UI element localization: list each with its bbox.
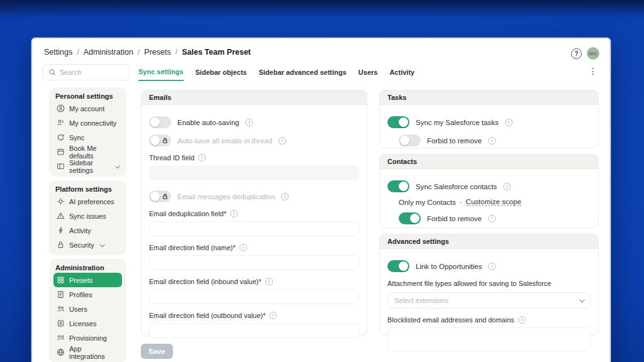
select-extensions-dropdown[interactable]: Select extensions: [387, 292, 591, 309]
info-icon[interactable]: [281, 193, 289, 200]
sidebar: Personal settings My account My connecti…: [49, 87, 126, 362]
sidebar-section-title: Personal settings: [53, 90, 122, 101]
thread-id-field-label: Thread ID field: [149, 154, 359, 162]
toggle-label: Sync Salesforce contacts: [416, 183, 497, 190]
email-direction-name-input[interactable]: [149, 255, 359, 270]
tab-users[interactable]: Users: [358, 65, 378, 80]
chevron-down-icon: [579, 297, 584, 302]
email-direction-outbound-input[interactable]: [149, 323, 359, 338]
field-label: Attachment file types allowed for saving…: [387, 280, 551, 287]
sync-icon: [57, 133, 65, 141]
toggle-label: Forbid to remove: [427, 215, 482, 222]
sidebar-item-label: Provisioning: [69, 334, 107, 342]
sidebar-item-my-connectivity[interactable]: My connectivity: [53, 116, 122, 130]
sidebar-item-sidebar-settings[interactable]: Sidebar settings: [53, 159, 122, 173]
sidebar-item-my-account[interactable]: My account: [53, 101, 122, 116]
app-window: Settings / Administration / Presets / Sa…: [31, 38, 611, 362]
breadcrumb-presets[interactable]: Presets: [144, 48, 170, 57]
toggle-label: Forbid to remove: [427, 137, 482, 145]
sidebar-item-book-me-defaults[interactable]: Book Me defaults: [53, 145, 122, 159]
info-icon[interactable]: [505, 119, 513, 126]
sidebar-section-title: Administration: [53, 262, 122, 273]
breadcrumb-separator: /: [175, 48, 177, 57]
sidebar-item-label: My connectivity: [69, 119, 116, 127]
toggle-row-forbid-remove-contacts: Forbid to remove: [399, 212, 591, 224]
info-icon[interactable]: [488, 137, 496, 145]
ai-icon: [57, 197, 65, 206]
info-icon[interactable]: [269, 312, 277, 319]
search-input[interactable]: [60, 69, 124, 76]
sidebar-item-label: App integrations: [69, 345, 119, 360]
blocklist-input[interactable]: [387, 327, 591, 351]
field-label: Thread ID field: [149, 154, 194, 162]
sidebar-item-security[interactable]: Security: [53, 238, 122, 252]
info-icon[interactable]: [488, 215, 496, 222]
sidebar-item-presets[interactable]: Presets: [53, 273, 122, 287]
avatar[interactable]: MG: [587, 47, 599, 60]
provisioning-icon: [57, 334, 65, 342]
info-icon[interactable]: [279, 137, 286, 145]
scope-separator: ·: [460, 199, 462, 206]
sidebar-item-provisioning[interactable]: Provisioning: [53, 331, 122, 345]
advanced-settings-panel: Advanced settings Link to Opportunities …: [379, 234, 599, 336]
sidebar-item-profiles[interactable]: Profiles: [53, 287, 122, 302]
sidebar-item-label: Presets: [69, 277, 92, 284]
breadcrumb-separator: /: [138, 48, 140, 57]
sidebar-item-label: Licenses: [69, 320, 96, 327]
sidebar-item-activity[interactable]: Activity: [53, 223, 122, 238]
email-dedup-field-label: Email deduplication field*: [149, 210, 359, 217]
tab-activity[interactable]: Activity: [389, 65, 414, 80]
email-dedup-field-input[interactable]: [149, 221, 359, 236]
customize-scope-link[interactable]: Customize scope: [466, 198, 521, 206]
sidebar-item-users[interactable]: Users: [53, 302, 122, 316]
info-icon[interactable]: [265, 278, 273, 285]
toggle-label: Link to Opportunities: [416, 263, 482, 270]
users-icon: [57, 305, 65, 313]
tab-sidebar-advanced-settings[interactable]: Sidebar advanced settings: [258, 65, 346, 80]
search-box[interactable]: [43, 64, 130, 80]
enable-auto-saving-toggle[interactable]: [149, 116, 171, 128]
info-icon[interactable]: [230, 210, 238, 217]
globe-icon: [57, 348, 65, 356]
tab-sidebar-objects[interactable]: Sidebar objects: [196, 65, 247, 80]
field-label: Email direction field (name)*: [149, 244, 236, 251]
activity-icon: [57, 226, 65, 234]
breadcrumb-administration[interactable]: Administration: [84, 48, 133, 57]
sync-salesforce-contacts-toggle[interactable]: [387, 180, 409, 192]
info-icon[interactable]: [518, 316, 526, 324]
sidebar-item-app-integrations[interactable]: App integrations: [53, 345, 122, 359]
save-button[interactable]: Save: [141, 344, 173, 359]
contacts-scope-row: Only my Contacts · Customize scope: [399, 198, 591, 206]
info-icon[interactable]: [488, 263, 496, 270]
sidebar-section-personal: Personal settings My account My connecti…: [49, 87, 126, 177]
thread-id-field-input: [149, 165, 359, 180]
sidebar-item-label: Sync issues: [69, 212, 106, 220]
sidebar-item-sync[interactable]: Sync: [53, 130, 122, 145]
breadcrumb-settings[interactable]: Settings: [44, 48, 72, 57]
info-icon[interactable]: [245, 119, 253, 126]
email-direction-outbound-label: Email direction field (outbound value)*: [149, 312, 359, 319]
panel-title: Emails: [142, 90, 367, 105]
link-to-opportunities-toggle[interactable]: [387, 260, 409, 272]
chevron-down-icon: [99, 242, 104, 247]
email-direction-inbound-input[interactable]: [149, 289, 359, 304]
lock-icon: [57, 241, 65, 249]
info-icon[interactable]: [503, 183, 511, 190]
sidebar-item-ai-preferences[interactable]: AI preferences: [53, 194, 122, 209]
user-icon: [57, 104, 65, 112]
panel-title: Advanced settings: [380, 234, 598, 249]
sidebar-item-sync-issues[interactable]: Sync issues: [53, 209, 122, 223]
info-icon[interactable]: [240, 244, 247, 251]
sync-salesforce-tasks-toggle[interactable]: [387, 116, 409, 128]
attachment-types-label: Attachment file types allowed for saving…: [387, 280, 591, 287]
kebab-menu-icon[interactable]: [589, 67, 597, 75]
help-icon[interactable]: [571, 48, 582, 59]
info-icon[interactable]: [198, 154, 206, 162]
forbid-to-remove-toggle[interactable]: [399, 134, 421, 146]
chevron-down-icon: [115, 163, 120, 168]
sidebar-item-licenses[interactable]: Licenses: [53, 316, 122, 331]
tab-sync-settings[interactable]: Sync settings: [138, 65, 184, 81]
sidebar-section-platform: Platform settings AI preferences Sync is…: [49, 180, 126, 255]
page-title: Sales Team Preset: [182, 48, 251, 57]
forbid-to-remove-toggle[interactable]: [399, 212, 421, 224]
